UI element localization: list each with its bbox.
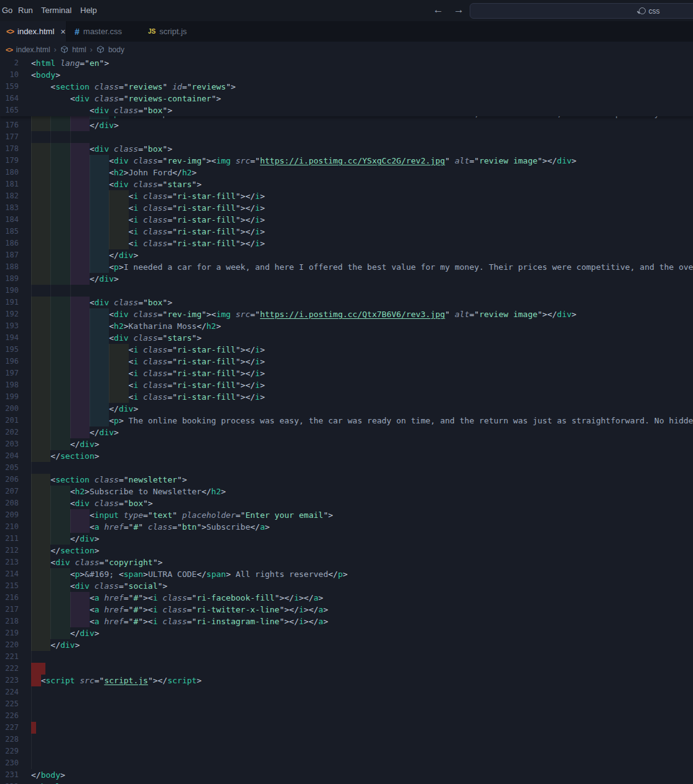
code-line[interactable]: 225 [0,698,693,710]
line-number: 208 [0,497,19,509]
menu-go[interactable]: Go [2,0,12,21]
command-center-search[interactable]: css [470,3,693,19]
code-line[interactable]: 189 </div> [0,273,693,285]
code-line[interactable]: 221 [0,651,693,663]
code-line[interactable]: 229 [0,745,693,757]
code-line[interactable]: 224 [0,686,693,698]
code-line[interactable]: 180 <h2>John Ford</h2> [0,167,693,178]
code-line[interactable]: 185 <i class="ri-star-fill"></i> [0,226,693,238]
code-line[interactable]: 217 <a href="#"><i class="ri-twitter-x-l… [0,604,693,616]
indent-guide [31,462,32,474]
code-text: </div> [31,249,138,261]
code-line[interactable]: 194 <div class="stars"> [0,332,693,344]
code-line[interactable]: 204 </section> [0,450,693,462]
tab-script-js[interactable]: JS script.js [142,21,193,42]
code-line[interactable]: 176 </div> [0,119,693,131]
code-line[interactable]: 177 [0,131,693,143]
code-line[interactable]: 191 <div class="box"> [0,297,693,308]
code-line[interactable]: 215 <div class="social"> [0,580,693,592]
code-line[interactable]: 179 <div class="rev-img"><img src="https… [0,155,693,167]
code-line[interactable]: 196 <i class="ri-star-fill"></i> [0,356,693,367]
code-line[interactable]: 187 </div> [0,249,693,261]
code-editor[interactable]: 175 <p>I was impressed with the conditio… [0,57,693,784]
indent-guide [50,131,51,143]
code-line[interactable]: 213 <div class="copyright"> [0,556,693,568]
nav-back-icon[interactable]: ← [433,0,444,21]
code-line[interactable]: 193 <h2>Katharina Moss</h2> [0,320,693,332]
breadcrumb-file[interactable]: index.html [16,45,50,54]
code-line[interactable]: 230 [0,757,693,769]
code-line[interactable]: 232</html> [0,781,693,784]
code-line[interactable]: 183 <i class="ri-star-fill"></i> [0,202,693,214]
code-line[interactable]: 212 </section> [0,545,693,556]
code-line[interactable]: 214 <p>&#169; <span>ULTRA CODE</span> Al… [0,568,693,580]
code-line[interactable]: 222 [0,663,693,675]
code-text: <a href="#"><i class="ri-twitter-x-line"… [31,604,328,616]
code-line[interactable]: 197 <i class="ri-star-fill"></i> [0,367,693,379]
code-line[interactable]: 207 <h2>Subscribe to Newsletter</h2> [0,486,693,497]
code-line[interactable]: 186 <i class="ri-star-fill"></i> [0,238,693,249]
code-line[interactable]: 228 [0,734,693,745]
line-number: 216 [0,592,19,604]
code-line[interactable]: 195 <i class="ri-star-fill"></i> [0,344,693,356]
line-number: 201 [0,415,19,427]
code-line[interactable]: 201 <p> The online booking process was e… [0,415,693,427]
code-line[interactable]: 192 <div class="rev-img"><img src="https… [0,308,693,320]
nav-forward-icon[interactable]: → [453,0,464,21]
code-line[interactable]: 202 </div> [0,427,693,438]
code-text: </div> [31,533,100,545]
line-number: 196 [0,356,19,367]
sticky-code-line[interactable]: 159 <section class="reviews" id="reviews… [0,81,693,93]
line-number: 191 [0,297,19,308]
code-line[interactable]: 184 <i class="ri-star-fill"></i> [0,214,693,226]
indent-guide [50,285,51,297]
code-line[interactable]: 190 [0,285,693,297]
vscode-window: Go Run Terminal Help ← → css <> index.ht… [0,0,693,784]
code-line[interactable]: 199 <i class="ri-star-fill"></i> [0,391,693,403]
code-line[interactable]: 210 <a href="#" class="btn">Subscribe</a… [0,521,693,533]
code-line[interactable]: 218 <a href="#"><i class="ri-instagram-l… [0,616,693,627]
code-line[interactable]: 219 </div> [0,627,693,639]
code-line[interactable]: 200 </div> [0,403,693,415]
code-line[interactable]: 182 <i class="ri-star-fill"></i> [0,190,693,202]
sticky-code-line[interactable]: 2<html lang="en"> [0,57,693,69]
code-text: <p>&#169; <span>ULTRA CODE</span> All ri… [31,568,348,580]
tab-index-html[interactable]: <> index.html × [0,21,67,42]
code-line[interactable]: 231</body> [0,769,693,781]
line-number: 210 [0,521,19,533]
code-line[interactable]: 209 <input type="text" placeholder="Ente… [0,509,693,521]
menu-terminal[interactable]: Terminal [41,0,72,21]
sticky-code-line[interactable]: 165 <div class="box"> [0,104,693,116]
indent-error-band [31,663,45,675]
code-line[interactable]: 226 [0,710,693,722]
close-icon[interactable]: × [60,27,65,37]
code-text: </div> [31,627,100,639]
code-line[interactable]: 181 <div class="stars"> [0,178,693,190]
code-line[interactable]: 227 [0,722,693,734]
menu-help[interactable]: Help [80,0,97,21]
indent-guide [31,686,32,698]
code-line[interactable]: 198 <i class="ri-star-fill"></i> [0,379,693,391]
breadcrumb: <> index.html › html › body [0,42,693,57]
sticky-code-line[interactable]: 164 <div class="reviews-container"> [0,93,693,104]
sticky-code-line[interactable]: 10<body> [0,69,693,81]
code-text: <section class="newsletter"> [31,474,187,486]
code-line[interactable]: 188 <p>I needed a car for a week, and he… [0,261,693,273]
code-line[interactable]: 216 <a href="#"><i class="ri-facebook-fi… [0,592,693,604]
code-line[interactable]: 223 <script src="script.js"></script> [0,675,693,686]
line-number: 193 [0,320,19,332]
menu-run[interactable]: Run [18,0,33,21]
line-number: 222 [0,663,19,675]
code-line[interactable]: 220 </div> [0,639,693,651]
breadcrumb-node-body[interactable]: body [108,45,124,54]
code-line[interactable]: 211 </div> [0,533,693,545]
breadcrumb-node-html[interactable]: html [72,45,86,54]
code-line[interactable]: 208 <div class="box"> [0,497,693,509]
code-text: <div class="rev-img"><img src="https://i… [31,308,577,320]
code-text: <div class="box"> [31,104,172,116]
tab-master-css[interactable]: # master.css [68,21,128,42]
code-line[interactable]: 206 <section class="newsletter"> [0,474,693,486]
code-line[interactable]: 205 [0,462,693,474]
code-line[interactable]: 203 </div> [0,438,693,450]
code-line[interactable]: 178 <div class="box"> [0,143,693,155]
